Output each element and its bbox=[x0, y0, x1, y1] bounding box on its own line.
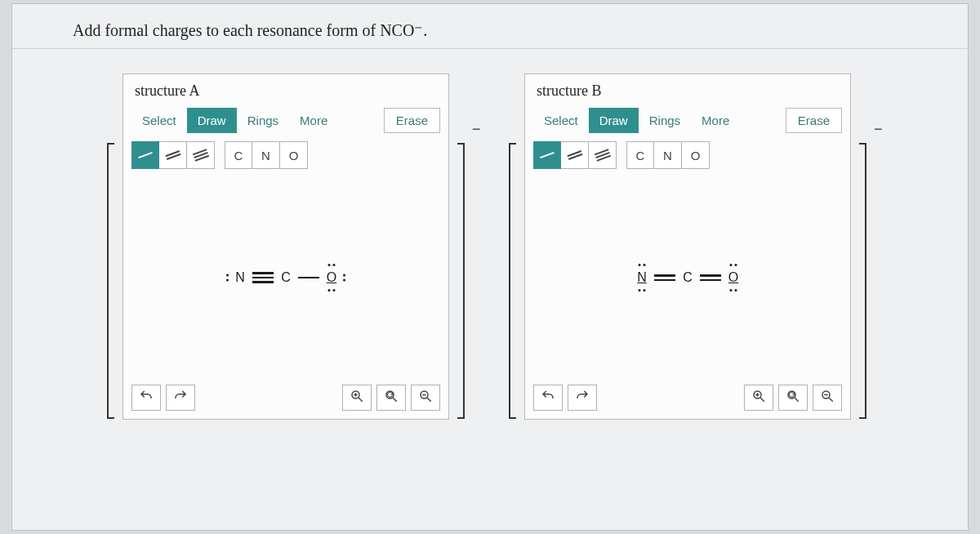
bond-2[interactable] bbox=[700, 274, 721, 281]
element-N-button[interactable]: N bbox=[654, 141, 682, 169]
element-O-button[interactable]: O bbox=[280, 141, 308, 169]
lone-pair bbox=[343, 274, 345, 282]
bond-3[interactable] bbox=[252, 272, 274, 283]
reset-zoom-icon bbox=[384, 389, 399, 407]
zoom-out-button[interactable] bbox=[411, 385, 440, 411]
undo-button[interactable] bbox=[533, 385, 563, 411]
tab-rings[interactable]: Rings bbox=[639, 108, 691, 133]
element-O-button[interactable]: O bbox=[682, 141, 710, 169]
mode-toolbar: SelectDrawRingsMore Erase bbox=[525, 105, 850, 136]
bond-group bbox=[131, 141, 215, 169]
tab-more[interactable]: More bbox=[289, 108, 338, 133]
bracket-right bbox=[456, 126, 467, 420]
lone-pair bbox=[328, 289, 336, 291]
svg-line-5 bbox=[393, 398, 397, 402]
molecule: NCO bbox=[635, 270, 741, 285]
zoom-out-icon bbox=[418, 389, 433, 407]
undo-icon bbox=[541, 389, 555, 407]
lone-pair bbox=[328, 264, 336, 266]
atom-N[interactable]: N bbox=[233, 270, 247, 285]
bond-1-button[interactable] bbox=[131, 141, 159, 169]
tool-toolbar: CNO bbox=[123, 136, 448, 176]
bracket-left bbox=[506, 126, 518, 420]
element-group: CNO bbox=[626, 141, 710, 169]
structure-editor-1: structure B SelectDrawRingsMore Erase CN… bbox=[524, 73, 851, 420]
drawing-canvas[interactable]: NCO bbox=[123, 176, 448, 380]
atom-N[interactable]: N bbox=[635, 270, 649, 285]
tab-more[interactable]: More bbox=[691, 108, 740, 133]
redo-button[interactable] bbox=[568, 385, 597, 411]
tab-rings[interactable]: Rings bbox=[237, 108, 289, 133]
redo-button[interactable] bbox=[166, 385, 195, 411]
editor-title: structure A bbox=[123, 74, 448, 105]
svg-line-16 bbox=[829, 398, 833, 402]
structure-editor-0: structure A SelectDrawRingsMore Erase CN… bbox=[122, 73, 449, 420]
bond-2-button[interactable] bbox=[561, 141, 589, 169]
editor-title: structure B bbox=[525, 74, 850, 105]
bracket-right bbox=[858, 126, 869, 420]
bond-1[interactable] bbox=[298, 277, 319, 279]
zoom-in-icon bbox=[751, 389, 766, 407]
bond-2[interactable] bbox=[654, 274, 675, 281]
drawing-canvas[interactable]: NCO bbox=[525, 176, 850, 380]
molecule: NCO bbox=[233, 270, 339, 285]
tab-select[interactable]: Select bbox=[131, 108, 187, 133]
svg-line-1 bbox=[359, 398, 363, 402]
question-prompt: Add formal charges to each resonance for… bbox=[12, 4, 968, 49]
atom-C[interactable]: C bbox=[278, 270, 293, 285]
zoom-in-icon bbox=[350, 389, 364, 407]
lone-pair bbox=[639, 264, 646, 266]
reset-zoom-icon bbox=[786, 389, 800, 407]
footer-toolbar bbox=[123, 380, 448, 419]
bond-group bbox=[533, 141, 617, 169]
element-N-button[interactable]: N bbox=[252, 141, 280, 169]
reset-zoom-button[interactable] bbox=[376, 385, 406, 411]
tab-draw[interactable]: Draw bbox=[187, 108, 237, 133]
bond-1-button[interactable] bbox=[533, 141, 561, 169]
mode-toolbar: SelectDrawRingsMore Erase bbox=[123, 105, 448, 136]
tab-select[interactable]: Select bbox=[533, 108, 589, 133]
footer-toolbar bbox=[525, 380, 850, 419]
erase-button[interactable]: Erase bbox=[786, 108, 842, 133]
atom-O[interactable]: O bbox=[324, 270, 339, 285]
atom-O[interactable]: O bbox=[726, 270, 741, 285]
bond-3-button[interactable] bbox=[589, 141, 617, 169]
lone-pair bbox=[730, 264, 737, 266]
tool-toolbar: CNO bbox=[525, 136, 850, 176]
lone-pair bbox=[730, 289, 737, 291]
bond-2-button[interactable] bbox=[159, 141, 187, 169]
zoom-in-button[interactable] bbox=[342, 385, 372, 411]
undo-icon bbox=[139, 389, 154, 407]
bond-3-button[interactable] bbox=[187, 141, 215, 169]
zoom-in-button[interactable] bbox=[744, 385, 773, 411]
zoom-out-icon bbox=[820, 389, 835, 407]
redo-icon bbox=[575, 389, 590, 407]
redo-icon bbox=[173, 389, 188, 407]
bracket-left bbox=[105, 126, 116, 420]
atom-C[interactable]: C bbox=[680, 270, 695, 285]
svg-line-7 bbox=[427, 398, 431, 402]
zoom-out-button[interactable] bbox=[813, 385, 842, 411]
element-C-button[interactable]: C bbox=[626, 141, 654, 169]
undo-button[interactable] bbox=[131, 385, 161, 411]
element-group: CNO bbox=[225, 141, 308, 169]
erase-button[interactable]: Erase bbox=[384, 108, 440, 133]
reset-zoom-button[interactable] bbox=[778, 385, 808, 411]
svg-line-14 bbox=[795, 398, 799, 402]
lone-pair bbox=[226, 274, 229, 282]
element-C-button[interactable]: C bbox=[225, 141, 252, 169]
tab-draw[interactable]: Draw bbox=[589, 108, 639, 133]
lone-pair bbox=[639, 289, 646, 291]
svg-line-10 bbox=[760, 398, 764, 402]
